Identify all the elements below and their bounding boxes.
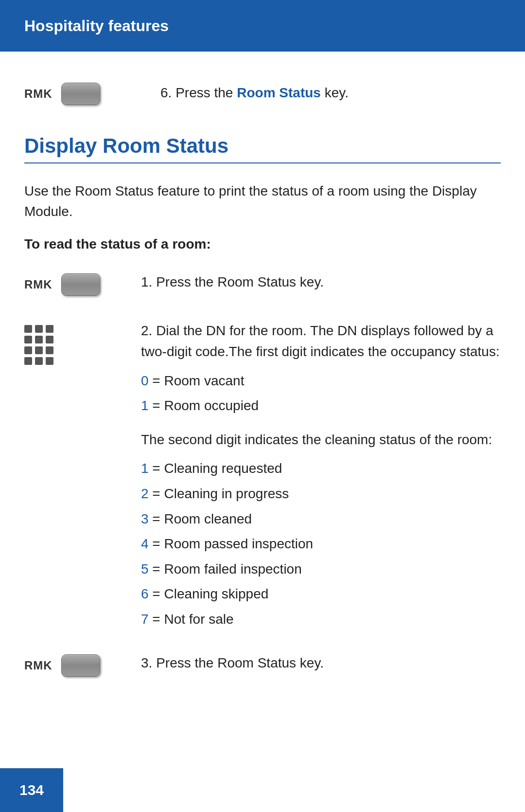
keypad-dot-9 xyxy=(46,346,53,354)
occupancy-status-block: 0 = Room vacant 1 = Room occupied xyxy=(141,369,501,417)
keypad-dot-8 xyxy=(35,346,43,354)
step2-row: 2. Dial the DN for the room. The DN disp… xyxy=(24,320,501,638)
section-description: Use the Room Status feature to print the… xyxy=(24,181,501,222)
occ-desc-0: = Room vacant xyxy=(149,373,245,388)
cleaning-item-2: 2 = Cleaning in progress xyxy=(141,482,501,505)
keypad-dot-12 xyxy=(46,357,53,365)
rmk-label-step6: RMK xyxy=(24,87,52,101)
step3-content: 3. Press the Room Status key. xyxy=(141,652,501,673)
step3-row: RMK 3. Press the Room Status key. xyxy=(24,652,501,677)
cleaning-item-4: 4 = Room passed inspection xyxy=(141,532,501,556)
step1-number: 1. xyxy=(141,274,152,289)
step6-icon-area: RMK xyxy=(24,81,141,105)
clean-desc-7: = Not for sale xyxy=(149,612,234,627)
cleaning-item-5: 5 = Room failed inspection xyxy=(141,558,501,581)
rmk-label-step1: RMK xyxy=(24,278,52,291)
step2-icon-area xyxy=(24,320,141,366)
clean-desc-2: = Cleaning in progress xyxy=(149,486,289,501)
step1-text-after: key. xyxy=(296,274,324,289)
step6-number: 6. xyxy=(160,85,172,100)
step3-text-before: Press the xyxy=(156,655,217,670)
footer-page-number: 134 xyxy=(19,782,44,798)
clean-desc-4: = Room passed inspection xyxy=(149,536,314,551)
step2-content: 2. Dial the DN for the room. The DN disp… xyxy=(141,320,501,638)
step3-room-status-link: Room Status xyxy=(217,655,296,670)
step1-room-status-link: Room Status xyxy=(217,274,296,289)
cleaning-item-1: 1 = Cleaning requested xyxy=(141,457,501,480)
step6-text-before: Press the xyxy=(175,85,237,100)
keypad-icon xyxy=(24,325,54,366)
step6-room-status-link: Room Status xyxy=(237,85,321,100)
section-heading: Display Room Status xyxy=(24,134,501,163)
cleaning-item-6: 6 = Cleaning skipped xyxy=(141,582,501,606)
clean-desc-1: = Cleaning requested xyxy=(149,461,282,476)
keypad-dot-5 xyxy=(35,336,43,343)
step3-number: 3. xyxy=(141,655,152,670)
step2-main-text: Dial the DN for the room. The DN display… xyxy=(141,323,500,359)
clean-num-6: 6 xyxy=(141,586,149,601)
clean-num-7: 7 xyxy=(141,612,149,627)
footer-page-box: 134 xyxy=(0,768,63,812)
step1-icon-area: RMK xyxy=(24,271,141,296)
keypad-dot-7 xyxy=(24,346,32,354)
keypad-dot-6 xyxy=(46,336,53,343)
room-status-key-step3[interactable] xyxy=(61,654,100,677)
clean-desc-5: = Room failed inspection xyxy=(149,561,302,577)
step1-text-before: Press the xyxy=(156,274,217,289)
step3-text-after: key. xyxy=(296,655,324,670)
room-status-key-step6[interactable] xyxy=(61,83,100,105)
keypad-dot-11 xyxy=(35,357,43,365)
clean-num-2: 2 xyxy=(141,486,149,501)
step1-content: 1. Press the Room Status key. xyxy=(141,271,501,292)
step6-text: 6. Press the Room Status key. xyxy=(160,85,349,101)
cleaning-item-3: 3 = Room cleaned xyxy=(141,507,501,531)
occ-desc-1: = Room occupied xyxy=(149,398,259,413)
occ-num-0: 0 xyxy=(141,373,149,388)
cleaning-item-7: 7 = Not for sale xyxy=(141,608,501,631)
section-heading-text: Display Room Status xyxy=(24,134,228,157)
keypad-dot-4 xyxy=(24,336,32,343)
keypad-dot-10 xyxy=(24,357,32,365)
clean-num-5: 5 xyxy=(141,561,149,577)
occupancy-item-1: 1 = Room occupied xyxy=(141,394,501,417)
to-read-label: To read the status of a room: xyxy=(24,236,501,252)
keypad-dot-2 xyxy=(35,325,43,333)
clean-num-3: 3 xyxy=(141,511,149,526)
keypad-dot-3 xyxy=(46,325,53,333)
room-status-key-step1[interactable] xyxy=(61,273,100,296)
rmk-label-step3: RMK xyxy=(24,659,52,672)
clean-num-4: 4 xyxy=(141,536,149,551)
step6-row: RMK 6. Press the Room Status key. xyxy=(24,81,501,105)
header-bar: Hospitality features xyxy=(0,0,525,52)
header-title: Hospitality features xyxy=(24,17,169,35)
step6-text-after: key. xyxy=(321,85,349,100)
occ-num-1: 1 xyxy=(141,398,149,413)
cleaning-status-block: 1 = Cleaning requested 2 = Cleaning in p… xyxy=(141,457,501,631)
occupancy-item-0: 0 = Room vacant xyxy=(141,369,501,393)
main-content: RMK 6. Press the Room Status key. Displa… xyxy=(0,81,525,677)
step1-row: RMK 1. Press the Room Status key. xyxy=(24,271,501,296)
clean-desc-3: = Room cleaned xyxy=(149,511,252,526)
second-digit-label: The second digit indicates the cleaning … xyxy=(141,429,501,450)
clean-desc-6: = Cleaning skipped xyxy=(149,586,269,601)
keypad-dot-1 xyxy=(24,325,32,333)
step2-number: 2. xyxy=(141,323,152,338)
clean-num-1: 1 xyxy=(141,461,149,476)
footer: 134 xyxy=(0,768,525,812)
step3-icon-area: RMK xyxy=(24,652,141,677)
